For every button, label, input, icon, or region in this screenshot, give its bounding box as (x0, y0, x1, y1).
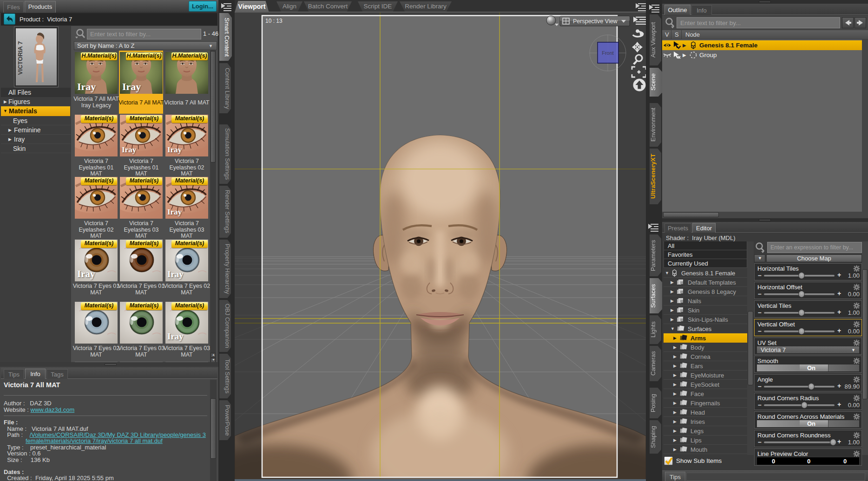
svg-text:VICTORIA 7: VICTORIA 7 (17, 41, 24, 75)
svg-text:10 : 13: 10 : 13 (265, 18, 283, 24)
svg-text:Front: Front (602, 50, 614, 56)
svg-text:Perspective View: Perspective View (573, 18, 618, 25)
